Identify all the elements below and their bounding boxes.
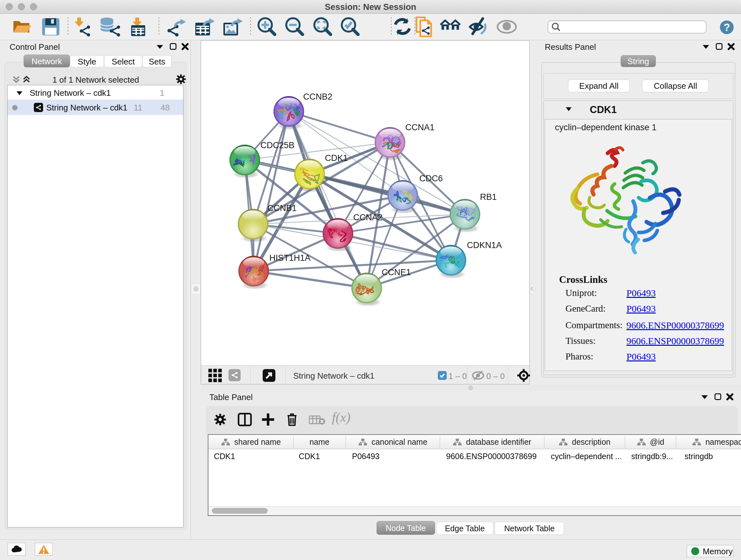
svg-text:RB1: RB1: [480, 192, 497, 202]
svg-text:CCNA1: CCNA1: [405, 123, 434, 132]
svg-text:CCNE1: CCNE1: [382, 267, 411, 277]
svg-text:CDK1: CDK1: [325, 153, 348, 163]
svg-text:CDKN1A: CDKN1A: [467, 240, 502, 250]
svg-text:CCNA2: CCNA2: [353, 212, 383, 222]
svg-text:CCNB1: CCNB1: [267, 203, 297, 213]
svg-text:CDC6: CDC6: [419, 174, 443, 183]
svg-text:CDC25B: CDC25B: [260, 140, 294, 150]
svg-text:HIST1H1A: HIST1H1A: [269, 253, 311, 263]
svg-text:CCNB2: CCNB2: [303, 92, 333, 102]
